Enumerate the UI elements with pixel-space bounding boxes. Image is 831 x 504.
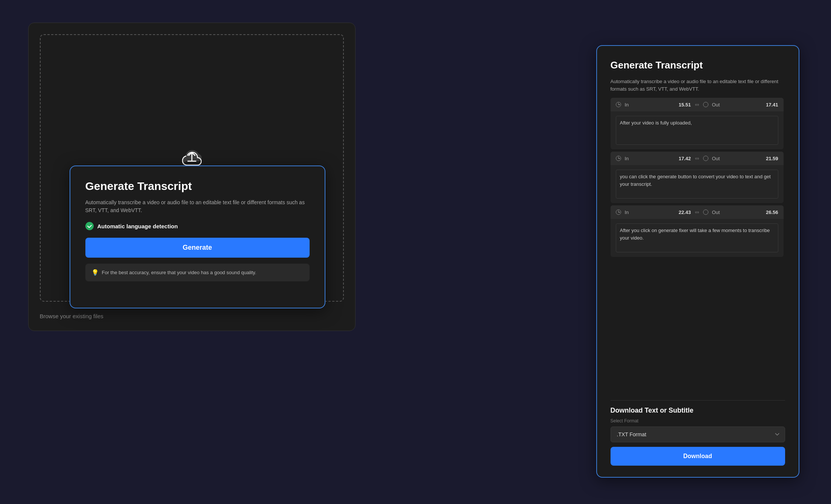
download-button[interactable]: Download: [611, 447, 785, 466]
segment-body: After your video is fully uploaded,: [611, 111, 784, 149]
segment-in-time: 15.51: [660, 102, 691, 108]
segment-body: After you click on generate fixer will t…: [611, 219, 784, 257]
segment-in-time: 17.42: [660, 156, 691, 161]
generate-transcript-card: Generate Transcript Automatically transc…: [70, 165, 325, 308]
segment-header: In 17.42 ⇔ Out 21.59: [611, 152, 784, 165]
tip-icon: 💡: [91, 269, 99, 276]
segment-out-label: Out 21.59: [703, 156, 778, 161]
segment-body: you can click the generate button to con…: [611, 165, 784, 203]
front-card-title: Generate Transcript: [85, 180, 310, 193]
panel-title: Generate Transcript: [611, 59, 785, 71]
segment-text-input[interactable]: After your video is fully uploaded,: [620, 119, 774, 140]
segment-in-time: 22.43: [660, 209, 691, 215]
browse-files-text[interactable]: Browse your existing files: [40, 313, 344, 319]
segment-text-input[interactable]: After you click on generate fixer will t…: [620, 227, 774, 247]
segment-out-label: Out 17.41: [703, 102, 778, 108]
transcript-segment: In 17.42 ⇔ Out 21.59 you can click the g…: [611, 152, 784, 203]
format-select[interactable]: .TXT Format.SRT Format.VTT Format.WebVTT…: [611, 427, 785, 442]
transcript-segment: In 15.51 ⇔ Out 17.41 After your video is…: [611, 98, 784, 149]
segment-text-wrapper[interactable]: After your video is fully uploaded,: [616, 116, 778, 145]
segment-out-label: Out 26.56: [703, 209, 778, 215]
tip-box: 💡 For the best accuracy, ensure that you…: [85, 264, 310, 281]
segment-out-time: 21.59: [766, 156, 778, 161]
auto-lang-check-icon: [85, 222, 94, 230]
download-section-title: Download Text or Subtitle: [611, 407, 785, 414]
segment-header: In 22.43 ⇔ Out 26.56: [611, 205, 784, 219]
segment-in-label: In 17.42: [616, 156, 691, 161]
segment-out-time: 17.41: [766, 102, 778, 108]
auto-lang-row: Automatic language detection: [85, 222, 310, 230]
transcript-scroll-area[interactable]: In 15.51 ⇔ Out 17.41 After your video is…: [611, 98, 785, 395]
transcript-segment: In 22.43 ⇔ Out 26.56 After you click on …: [611, 205, 784, 257]
segment-header: In 15.51 ⇔ Out 17.41: [611, 98, 784, 111]
segment-text-wrapper[interactable]: After you click on generate fixer will t…: [616, 223, 778, 252]
segment-separator-icon: ⇔: [695, 155, 699, 161]
front-card-description: Automatically transcribe a video or audi…: [85, 199, 310, 214]
segment-in-label: In 22.43: [616, 209, 691, 215]
download-section: Download Text or Subtitle Select Format …: [611, 400, 785, 466]
auto-lang-label: Automatic language detection: [97, 223, 178, 229]
segment-text-wrapper[interactable]: you can click the generate button to con…: [616, 170, 778, 199]
upload-cloud-icon: [182, 149, 202, 166]
transcript-segments-list: In 15.51 ⇔ Out 17.41 After your video is…: [611, 98, 785, 395]
generate-button[interactable]: Generate: [85, 238, 310, 258]
svg-rect-0: [187, 161, 196, 162]
segment-text-input[interactable]: you can click the generate button to con…: [620, 173, 774, 194]
segment-separator-icon: ⇔: [695, 209, 699, 215]
segment-separator-icon: ⇔: [695, 102, 699, 108]
format-label: Select Format: [611, 418, 785, 424]
panel-description: Automatically transcribe a video or audi…: [611, 78, 785, 93]
tip-text: For the best accuracy, ensure that your …: [102, 270, 257, 275]
segment-out-time: 26.56: [766, 209, 778, 215]
segment-in-label: In 15.51: [616, 102, 691, 108]
right-panel: Generate Transcript Automatically transc…: [596, 45, 799, 478]
